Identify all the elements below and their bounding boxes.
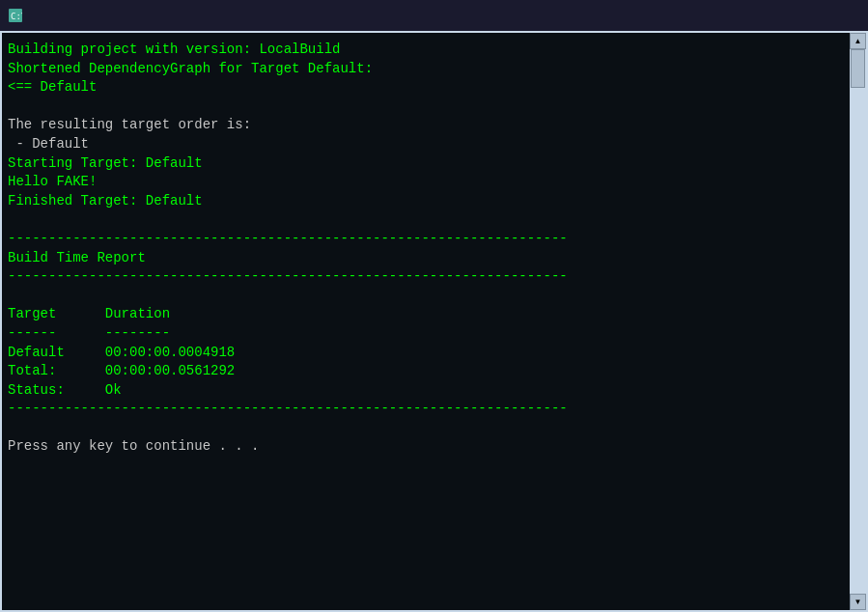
title-bar: C:\: [0, 0, 868, 31]
terminal-line: Shortened DependencyGraph for Target Def…: [8, 60, 844, 79]
terminal-line: Target Duration: [8, 305, 844, 324]
scrollbar-up-button[interactable]: ▲: [850, 33, 866, 49]
terminal-content: Building project with version: LocalBuil…: [8, 41, 844, 457]
terminal-line: <== Default: [8, 78, 844, 97]
terminal-line: [8, 419, 844, 438]
minimize-button[interactable]: [723, 0, 768, 31]
terminal-line: Starting Target: Default: [8, 154, 844, 174]
terminal-line: Hello FAKE!: [8, 173, 844, 192]
terminal-line: [8, 210, 844, 230]
terminal-line: Finished Target: Default: [8, 192, 844, 211]
scrollbar-thumb[interactable]: [851, 49, 865, 88]
close-button[interactable]: [816, 0, 860, 31]
terminal-line: Default 00:00:00.0004918: [8, 344, 844, 363]
terminal-line: ----------------------------------------…: [8, 230, 844, 249]
scrollbar-down-button[interactable]: ▼: [850, 594, 866, 610]
scrollbar-track[interactable]: [850, 49, 866, 594]
maximize-button[interactable]: [770, 0, 814, 31]
terminal-line: [8, 287, 844, 306]
terminal-line: [8, 97, 844, 117]
svg-text:C:\: C:\: [11, 12, 22, 21]
title-bar-controls: [723, 0, 860, 31]
title-bar-left: C:\: [8, 8, 29, 23]
terminal-line: Build Time Report: [8, 249, 844, 268]
terminal-line: Building project with version: LocalBuil…: [8, 41, 844, 60]
terminal-line: ----------------------------------------…: [8, 267, 844, 287]
terminal-line: Status: Ok: [8, 381, 844, 401]
terminal-line: The resulting target order is:: [8, 116, 844, 135]
terminal-line: ------ --------: [8, 324, 844, 344]
terminal-wrapper: Building project with version: LocalBuil…: [0, 31, 868, 612]
terminal: Building project with version: LocalBuil…: [2, 33, 850, 610]
terminal-line: Total: 00:00:00.0561292: [8, 362, 844, 381]
terminal-icon: C:\: [8, 8, 23, 23]
terminal-line: - Default: [8, 135, 844, 154]
terminal-line: Press any key to continue . . .: [8, 437, 844, 457]
scrollbar[interactable]: ▲ ▼: [850, 33, 866, 610]
terminal-line: ----------------------------------------…: [8, 400, 844, 419]
